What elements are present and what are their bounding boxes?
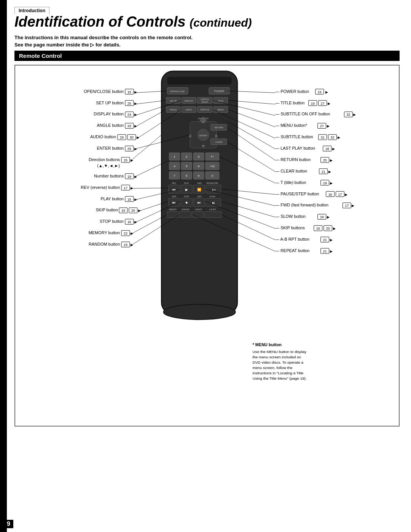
svg-text:SKIP: SKIP xyxy=(197,195,202,197)
svg-text:DISPLAY: DISPLAY xyxy=(185,99,193,102)
svg-text:6: 6 xyxy=(198,165,200,168)
svg-rect-90 xyxy=(192,211,204,217)
svg-text:— MENU button*: — MENU button* xyxy=(275,123,307,128)
svg-text:27: 27 xyxy=(321,101,325,105)
svg-text:Use the MENU button to display: Use the MENU button to display xyxy=(252,350,306,354)
svg-text:16: 16 xyxy=(127,220,131,224)
svg-text:ENTER: ENTER xyxy=(199,134,207,137)
svg-text:33: 33 xyxy=(127,124,131,128)
svg-text:16: 16 xyxy=(121,209,125,212)
svg-text:— POWER button: — POWER button xyxy=(275,89,309,93)
svg-text:REV: REV xyxy=(172,182,176,184)
svg-rect-89 xyxy=(180,211,191,217)
svg-text:▶: ▶ xyxy=(333,227,336,230)
svg-text:* MENU button: * MENU button xyxy=(252,342,282,347)
diagram-svg: OPEN/CLOSE POWER SET UP DISPLAY SUBTITLE… xyxy=(15,66,399,426)
svg-text:▶: ▶ xyxy=(327,124,330,128)
svg-text:19: 19 xyxy=(323,181,327,185)
svg-text:ANGLE button: ANGLE button xyxy=(97,123,124,128)
svg-text:21: 21 xyxy=(323,238,327,242)
svg-text:PAUSE/STEP: PAUSE/STEP xyxy=(207,182,219,184)
content-area: Introduction Identification of Controls … xyxy=(7,0,411,438)
svg-text:CLEAR: CLEAR xyxy=(215,141,222,143)
svg-text:25: 25 xyxy=(323,158,327,162)
svg-text:24: 24 xyxy=(127,113,131,117)
svg-text:POWER: POWER xyxy=(214,90,224,93)
svg-text:17: 17 xyxy=(338,192,342,196)
svg-text:OPEN/CLOSE: OPEN/CLOSE xyxy=(170,90,185,93)
svg-text:Number buttons: Number buttons xyxy=(94,174,124,178)
svg-text:SUBTITLE: SUBTITLE xyxy=(200,109,209,111)
svg-text:— RETURN button: — RETURN button xyxy=(275,157,311,162)
svg-text:SKIP button: SKIP button xyxy=(96,208,118,212)
svg-text:PLAY button: PLAY button xyxy=(101,196,124,201)
svg-text:MEMORY: MEMORY xyxy=(169,209,177,211)
svg-text:SKIP: SKIP xyxy=(172,195,177,197)
svg-text:ON OFF: ON OFF xyxy=(202,101,208,103)
svg-text:SET UP: SET UP xyxy=(170,100,177,102)
svg-text:25: 25 xyxy=(124,158,127,162)
diagram-container: OPEN/CLOSE POWER SET UP DISPLAY SUBTITLE… xyxy=(14,65,400,427)
svg-text:16: 16 xyxy=(316,227,320,230)
svg-text:▶: ▶ xyxy=(332,147,335,151)
svg-text:32: 32 xyxy=(346,113,350,117)
svg-text:9: 9 xyxy=(198,174,200,177)
svg-rect-1 xyxy=(167,77,231,85)
svg-text:AUDIO button: AUDIO button xyxy=(90,134,116,139)
svg-text:▶: ▶ xyxy=(328,170,331,174)
svg-text:TITLE: TITLE xyxy=(218,99,223,102)
svg-text:2: 2 xyxy=(186,155,188,158)
svg-text:ANGLE: ANGLE xyxy=(170,109,177,111)
svg-text:30: 30 xyxy=(130,136,134,139)
svg-text:23: 23 xyxy=(124,243,127,247)
svg-text:▶: ▶ xyxy=(327,215,330,219)
svg-text:▶: ▶ xyxy=(330,249,333,253)
svg-text:⏩: ⏩ xyxy=(197,187,202,192)
svg-text:(▲,▼,◄,►): (▲,▼,◄,►) xyxy=(97,163,120,168)
svg-text:20: 20 xyxy=(326,227,330,230)
svg-text:REPEAT: REPEAT xyxy=(195,209,202,211)
page-title: Identification of Controls (continued) xyxy=(14,14,400,30)
svg-text:— SLOW button: — SLOW button xyxy=(275,214,306,219)
svg-text:4: 4 xyxy=(174,165,175,168)
svg-text:▶: ▶ xyxy=(134,175,137,179)
svg-text:▶: ▶ xyxy=(353,113,356,117)
svg-text:29: 29 xyxy=(120,136,124,139)
svg-text:REV (reverse) button: REV (reverse) button xyxy=(81,185,120,189)
svg-text:⏸▮: ⏸▮ xyxy=(212,188,215,191)
svg-text:AUDIO: AUDIO xyxy=(186,109,192,111)
svg-text:18: 18 xyxy=(325,147,329,151)
svg-text:18: 18 xyxy=(320,215,324,219)
svg-text:MENU: MENU xyxy=(218,109,224,111)
svg-text:menu screen, follow the: menu screen, follow the xyxy=(252,365,292,369)
svg-text:27: 27 xyxy=(320,124,324,128)
svg-text:17: 17 xyxy=(345,204,349,208)
svg-text:DISPLAY button: DISPLAY button xyxy=(94,112,124,116)
svg-text:RANDOM: RANDOM xyxy=(182,209,189,211)
svg-text:5: 5 xyxy=(186,165,188,168)
svg-text:25: 25 xyxy=(127,101,131,105)
breadcrumb: Introduction xyxy=(14,7,49,14)
svg-text:31: 31 xyxy=(321,136,325,139)
svg-text:20: 20 xyxy=(131,209,135,212)
svg-text:▶: ▶ xyxy=(338,136,340,139)
svg-text:▶: ▶ xyxy=(137,136,139,139)
svg-text:15: 15 xyxy=(127,197,131,201)
svg-text:▶: ▶ xyxy=(328,101,330,105)
svg-text:— A-B RPT button: — A-B RPT button xyxy=(275,237,309,241)
svg-text:OPEN/CLOSE button: OPEN/CLOSE button xyxy=(84,89,124,93)
svg-text:15: 15 xyxy=(318,90,322,94)
svg-text:— REPEAT button: — REPEAT button xyxy=(275,248,309,253)
svg-text:A-B RPT: A-B RPT xyxy=(209,209,216,211)
left-bar xyxy=(0,0,7,532)
svg-text:RANDOM button: RANDOM button xyxy=(89,242,120,246)
svg-text:SUBTITLE: SUBTITLE xyxy=(201,98,209,100)
svg-text:— TITLE button: — TITLE button xyxy=(275,100,304,105)
svg-text:19: 19 xyxy=(127,175,131,179)
svg-text:■: ■ xyxy=(186,201,188,204)
svg-text:25: 25 xyxy=(127,147,131,151)
svg-text:15: 15 xyxy=(127,90,131,94)
svg-text:▶: ▶ xyxy=(330,238,333,242)
svg-text:the menu screen included on: the menu screen included on xyxy=(252,355,301,359)
svg-text:— SUBTITLE button: — SUBTITLE button xyxy=(275,134,313,139)
